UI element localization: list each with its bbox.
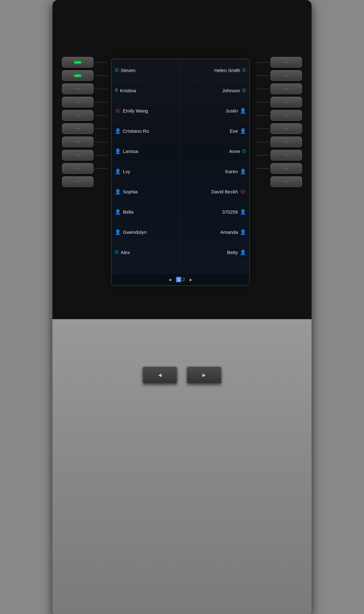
device: ✆ Steven Helen Smith ✆ ⥀ Kristi: [52, 0, 312, 614]
next-page[interactable]: 2: [183, 277, 185, 282]
missed-icon: ☏: [115, 108, 121, 114]
right-btn-4[interactable]: [270, 97, 302, 107]
right-btn-8[interactable]: [270, 150, 302, 161]
screen: ✆ Steven Helen Smith ✆ ⥀ Kristi: [111, 58, 250, 286]
contact-list: ✆ Steven Helen Smith ✆ ⥀ Kristi: [112, 59, 249, 273]
connector-line: [257, 76, 269, 76]
connector-line: [257, 62, 269, 63]
connector-line: [95, 102, 107, 102]
right-btn-5[interactable]: [270, 110, 302, 121]
contact-name-right: Anne: [229, 149, 240, 154]
contact-name-left: Gwendolyn: [123, 229, 147, 235]
user-icon: 👤: [240, 168, 246, 174]
led-green-icon: [74, 62, 81, 63]
contact-name-right: 370256: [222, 209, 238, 215]
left-buttons: [62, 57, 94, 187]
led-gray-icon: [283, 88, 290, 89]
prev-page-button[interactable]: ◄: [168, 277, 172, 282]
connector-line: [257, 115, 269, 116]
left-btn-9[interactable]: [62, 163, 94, 174]
led-gray-icon: [283, 128, 290, 129]
left-btn-2[interactable]: [62, 70, 94, 81]
led-gray-icon: [283, 115, 290, 116]
contact-name-left: Sophia: [123, 189, 138, 194]
missed-icon: 👤: [115, 189, 121, 195]
left-btn-1[interactable]: [62, 57, 94, 68]
led-gray-icon: [74, 101, 81, 103]
connector-line: [95, 76, 107, 76]
connector-line: [257, 142, 269, 142]
user-icon: 👤: [240, 229, 246, 235]
contact-name-left: Larissa: [123, 149, 138, 154]
table-row[interactable]: ☏ Emily Wang Justin 👤: [112, 101, 249, 121]
table-row[interactable]: ⥀ Kristina Johnson ✆: [112, 81, 249, 101]
calling-icon: ✆: [115, 67, 119, 73]
incoming-icon: ✆: [242, 148, 246, 154]
led-gray-icon: [283, 181, 290, 182]
table-row[interactable]: ✆ Alex Betty 👤: [112, 242, 249, 263]
led-gray-icon: [283, 101, 290, 103]
table-row[interactable]: 👤 Sophia David Beckh ☏: [112, 182, 249, 202]
led-green-icon: [74, 75, 81, 76]
led-gray-icon: [74, 115, 81, 116]
led-gray-icon: [74, 88, 81, 89]
left-btn-5[interactable]: [62, 110, 94, 121]
next-nav-button[interactable]: ►: [187, 367, 221, 384]
prev-nav-button[interactable]: ◄: [143, 367, 177, 384]
led-gray-icon: [74, 141, 81, 143]
right-btn-10[interactable]: [270, 176, 302, 187]
contact-name-right: Johnson: [222, 88, 240, 93]
contact-name-left: Bella: [123, 209, 133, 215]
table-row[interactable]: 👤 Larissa Anne ✆: [112, 141, 249, 161]
left-btn-8[interactable]: [62, 150, 94, 161]
connector-line: [95, 89, 107, 89]
incoming-icon: ✆: [242, 88, 246, 94]
right-buttons: [270, 57, 302, 187]
connector-line: [257, 155, 269, 155]
led-gray-icon: [74, 181, 81, 182]
current-page: 1: [176, 277, 181, 282]
led-gray-icon: [74, 155, 81, 156]
led-gray-icon: [283, 141, 290, 143]
table-row[interactable]: 👤 Bella 370256 👤: [112, 202, 249, 222]
contact-name-left: Cristiano Ro: [123, 128, 149, 134]
table-row[interactable]: 👤 Lvy Karen 👤: [112, 161, 249, 182]
left-btn-10[interactable]: [62, 176, 94, 187]
contact-name-right: Justin: [226, 108, 238, 113]
contact-name-left: Steven: [121, 68, 136, 73]
connector-line: [95, 115, 107, 116]
left-btn-7[interactable]: [62, 137, 94, 147]
pagination: ◄ 1 2 ►: [112, 273, 249, 285]
led-gray-icon: [283, 155, 290, 156]
calling-icon: ✆: [115, 249, 119, 255]
connector-line: [95, 142, 107, 142]
missed-icon: ☏: [240, 189, 246, 195]
left-btn-4[interactable]: [62, 97, 94, 107]
connector-line: [257, 89, 269, 89]
right-btn-7[interactable]: [270, 137, 302, 147]
contact-name-right: Amanda: [220, 229, 238, 235]
next-nav-icon: ►: [201, 372, 207, 379]
left-btn-6[interactable]: [62, 123, 94, 134]
connector-line: [257, 129, 269, 129]
user-icon: 👤: [115, 168, 121, 174]
connector-line: [95, 129, 107, 129]
table-row[interactable]: 👤 Cristiano Ro Eve 👤: [112, 121, 249, 141]
right-btn-1[interactable]: [270, 57, 302, 68]
table-row[interactable]: ✆ Steven Helen Smith ✆: [112, 60, 249, 81]
user-icon: 👤: [115, 229, 121, 235]
contact-name-left: Lvy: [123, 169, 130, 174]
contact-name-right: Helen Smith: [214, 68, 240, 73]
right-btn-9[interactable]: [270, 163, 302, 174]
right-btn-3[interactable]: [270, 83, 302, 94]
left-btn-3[interactable]: [62, 83, 94, 94]
right-btn-2[interactable]: [270, 70, 302, 81]
connector-line: [95, 168, 107, 169]
led-gray-icon: [283, 75, 290, 76]
user-icon: 👤: [115, 128, 121, 134]
right-btn-6[interactable]: [270, 123, 302, 134]
next-page-button[interactable]: ►: [189, 277, 193, 282]
led-gray-icon: [74, 128, 81, 129]
table-row[interactable]: 👤 Gwendolyn Amanda 👤: [112, 222, 249, 242]
contact-name-left: Alex: [121, 250, 130, 255]
